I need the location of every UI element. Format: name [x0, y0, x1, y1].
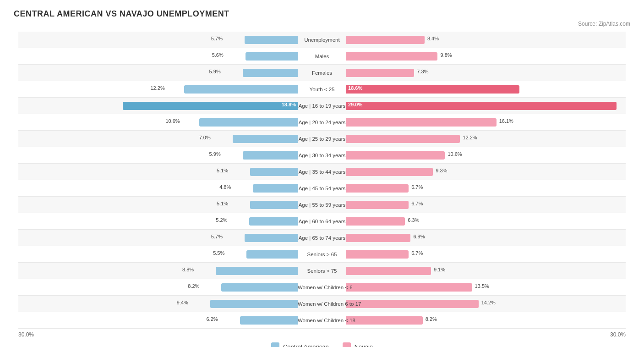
pink-bar	[346, 267, 431, 275]
chart-row: 12.2% Youth < 25 18.6%	[18, 81, 626, 98]
right-bar-container: 29.0%	[346, 102, 626, 110]
row-label: Youth < 25	[298, 87, 346, 92]
row-label: Age | 20 to 24 years	[298, 120, 346, 125]
right-section: 10.6%	[346, 147, 626, 163]
left-section: 4.8%	[18, 180, 298, 196]
source-label: Source: ZipAtlas.com	[14, 21, 630, 27]
right-bar-container: 14.2%	[346, 300, 626, 308]
pink-bar	[346, 85, 519, 94]
blue-bar	[246, 250, 298, 259]
left-bar-container: 10.6%	[18, 118, 298, 127]
row-inner: 8.8% Seniors > 75 9.1%	[18, 263, 626, 279]
right-section: 8.4%	[346, 32, 626, 48]
blue-bar	[221, 283, 298, 292]
row-label: Women w/ Children 6 to 17	[298, 301, 346, 307]
blue-bar	[216, 267, 298, 275]
left-value: 5.6%	[212, 52, 224, 58]
right-value: 6.7%	[411, 201, 626, 206]
row-label: Age | 60 to 64 years	[298, 219, 346, 224]
left-section: 7.0%	[18, 131, 298, 147]
right-value: 6.3%	[408, 217, 626, 223]
left-bar-container: 12.2%	[18, 85, 298, 94]
blue-bar	[250, 201, 298, 209]
blue-bar	[245, 36, 298, 44]
left-value: 5.1%	[217, 201, 228, 206]
row-inner: 12.2% Youth < 25 18.6%	[18, 81, 626, 97]
left-bar-container: 5.1%	[18, 201, 298, 209]
right-value: 7.3%	[417, 69, 626, 74]
row-label: Seniors > 65	[298, 252, 346, 257]
row-inner: 8.2% Women w/ Children < 6 13.5%	[18, 279, 626, 295]
row-label: Age | 45 to 54 years	[298, 186, 346, 191]
blue-bar	[245, 234, 298, 242]
row-label: Women w/ Children < 18	[298, 318, 346, 323]
left-bar-container: 6.2%	[18, 316, 298, 325]
chart-row: 7.0% Age | 25 to 29 years 12.2%	[18, 131, 626, 147]
left-section: 5.1%	[18, 164, 298, 180]
legend-box-pink	[343, 342, 351, 347]
right-section: 18.6%	[346, 81, 626, 97]
axis-labels: 30.0% 30.0%	[18, 331, 626, 338]
row-inner: 5.1% Age | 55 to 59 years 6.7%	[18, 197, 626, 213]
chart-row: 5.9% Females 7.3%	[18, 65, 626, 81]
row-label: Unemployment	[298, 37, 346, 43]
right-section: 13.5%	[346, 279, 626, 295]
pink-bar	[346, 36, 425, 44]
right-section: 6.7%	[346, 180, 626, 196]
left-bar-container: 7.0%	[18, 135, 298, 143]
right-value: 16.1%	[499, 118, 626, 124]
blue-bar	[210, 300, 298, 308]
left-section: 8.8%	[18, 263, 298, 279]
pink-bar	[346, 151, 445, 160]
right-section: 8.2%	[346, 312, 626, 328]
chart-row: 5.7% Unemployment 8.4%	[18, 32, 626, 48]
left-section: 18.8%	[18, 98, 298, 114]
left-section: 5.5%	[18, 246, 298, 262]
row-label: Age | 35 to 44 years	[298, 169, 346, 175]
right-value: 10.6%	[448, 151, 626, 157]
chart-row: 8.2% Women w/ Children < 6 13.5%	[18, 279, 626, 296]
legend-item-pink: Navajo	[343, 342, 373, 347]
left-bar-container: 5.1%	[18, 168, 298, 176]
right-section: 12.2%	[346, 131, 626, 147]
left-value: 8.2%	[188, 283, 199, 289]
left-value: 7.0%	[199, 135, 211, 140]
left-value: 5.1%	[217, 168, 228, 173]
blue-bar	[184, 85, 298, 94]
pink-bar	[346, 217, 405, 226]
left-section: 5.7%	[18, 32, 298, 48]
row-inner: 5.1% Age | 35 to 44 years 9.3%	[18, 164, 626, 180]
blue-bar	[250, 168, 298, 176]
pink-bar	[346, 69, 414, 77]
chart-row: 5.1% Age | 55 to 59 years 6.7%	[18, 197, 626, 213]
row-inner: 5.2% Age | 60 to 64 years 6.3%	[18, 213, 626, 229]
right-section: 9.1%	[346, 263, 626, 279]
row-inner: 5.7% Unemployment 8.4%	[18, 32, 626, 48]
blue-bar	[233, 135, 298, 143]
axis-right: 30.0%	[610, 331, 626, 338]
right-section: 29.0%	[346, 98, 626, 114]
right-bar-container: 6.7%	[346, 250, 626, 259]
left-value: 5.2%	[216, 217, 227, 223]
left-section: 5.9%	[18, 65, 298, 81]
left-section: 8.2%	[18, 279, 298, 295]
chart-title: CENTRAL AMERICAN VS NAVAJO UNEMPLOYMENT	[14, 9, 630, 19]
left-value: 5.9%	[209, 69, 221, 74]
left-value: 5.7%	[211, 234, 223, 239]
legend: Central American Navajo	[14, 342, 630, 347]
pink-bar	[346, 234, 410, 242]
right-value: 14.2%	[481, 300, 626, 305]
row-inner: 5.5% Seniors > 65 6.7%	[18, 246, 626, 262]
left-section: 12.2%	[18, 81, 298, 97]
left-bar-container: 5.7%	[18, 36, 298, 44]
row-label: Age | 30 to 34 years	[298, 153, 346, 158]
left-value: 12.2%	[151, 85, 165, 91]
left-value: 6.2%	[206, 316, 218, 322]
left-value: 9.4%	[177, 300, 188, 305]
row-inner: 18.8% Age | 16 to 19 years 29.0%	[18, 98, 626, 114]
left-value: 5.5%	[213, 250, 224, 256]
right-value-inside: 29.0%	[348, 102, 362, 107]
left-bar-container: 5.7%	[18, 234, 298, 242]
left-bar-container: 8.8%	[18, 267, 298, 275]
right-section: 6.9%	[346, 230, 626, 246]
